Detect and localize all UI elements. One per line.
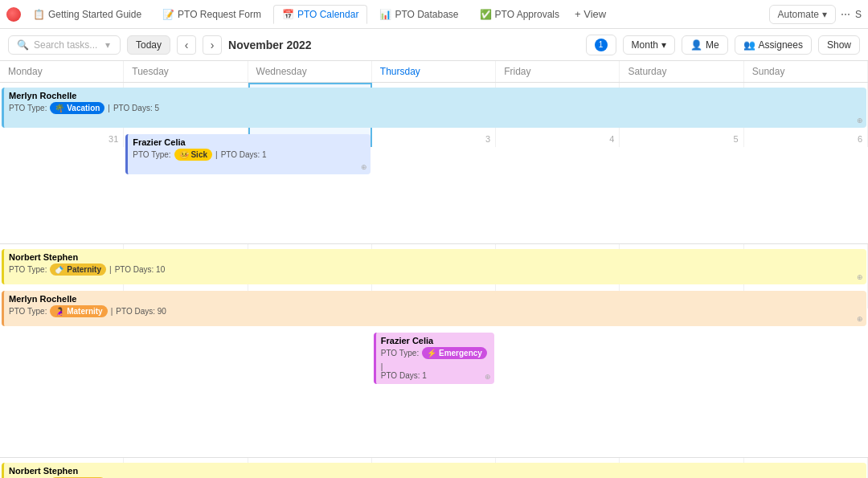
top-right-controls: Automate ▾ ⋯ S <box>769 5 862 24</box>
merlyn-rochelle-maternity-event[interactable]: Merlyn Rochelle PTO Type: 🤰 Maternity | … <box>2 291 866 326</box>
assignees-button[interactable]: 👥 Assignees <box>735 35 812 55</box>
app-icon <box>6 7 21 22</box>
top-right-s: S <box>855 9 862 20</box>
tab-pto-database[interactable]: 📊 PTO Database <box>371 5 467 24</box>
search-placeholder: Search tasks... <box>34 39 97 51</box>
me-label: Me <box>706 39 719 51</box>
prev-month-button[interactable]: ‹ <box>177 35 196 55</box>
add-view-btn[interactable]: + View <box>575 8 606 20</box>
day-number: 4 <box>609 134 614 144</box>
pto-days-value: PTO Days: 10 <box>115 265 166 274</box>
sick-badge: 🤒 Sick <box>174 149 212 161</box>
pto-days-sep: | <box>111 307 113 316</box>
week-2: 7 8 9 10 11 12 13 Norbert Stephen PTO Ty… <box>0 244 868 458</box>
chevron-down-icon: ▾ <box>661 39 666 51</box>
expand-icon[interactable]: ⊕ <box>361 163 367 171</box>
maternity-badge: 🤰 Maternity <box>50 305 107 317</box>
toolbar: 🔍 Search tasks... ▾ Today ‹ › November 2… <box>0 29 868 61</box>
day-number: 31 <box>108 134 118 144</box>
me-button[interactable]: 👤 Me <box>682 35 728 55</box>
pto-days-sep: | <box>215 150 218 159</box>
event-details: PTO Type: 🍼 Paternity | PTO Days: 10 <box>9 264 862 276</box>
expand-icon[interactable]: ⊕ <box>485 373 491 381</box>
tab-label: Getting Started Guide <box>48 9 141 20</box>
search-box[interactable]: 🔍 Search tasks... ▾ <box>8 35 121 55</box>
tab-label: PTO Request Form <box>178 9 261 20</box>
norbert-stephen-paternity-event[interactable]: Norbert Stephen PTO Type: 🍼 Paternity | … <box>2 249 866 284</box>
header-tuesday: Tuesday <box>124 61 248 82</box>
tab-pto-calendar[interactable]: 📅 PTO Calendar <box>273 5 367 24</box>
search-chevron: ▾ <box>105 39 110 51</box>
tab-pto-approvals[interactable]: ✅ PTO Approvals <box>471 5 568 24</box>
tab-icon: 📝 <box>162 9 174 20</box>
pto-type-label: PTO Type: <box>9 104 47 112</box>
automate-button[interactable]: Automate ▾ <box>769 5 836 24</box>
chevron-down-icon: ▾ <box>822 9 827 20</box>
pto-type-label: PTO Type: <box>9 307 47 316</box>
norbert-stephen-paternity-event-w3[interactable]: Norbert Stephen PTO Type: 🍼 Paternity | … <box>2 463 866 478</box>
show-button[interactable]: Show <box>818 35 860 55</box>
week-3: 14 15 16 17 18 19 20 Norbert Stephen PTO… <box>0 458 868 478</box>
tab-icon: 📅 <box>282 9 294 20</box>
tab-label: PTO Calendar <box>297 9 358 20</box>
day-number: 3 <box>485 134 490 144</box>
header-sunday: Sunday <box>744 61 868 82</box>
assignees-icon: 👥 <box>743 39 755 51</box>
tab-label: PTO Database <box>395 9 458 20</box>
event-person-name: Norbert Stephen <box>9 466 862 476</box>
event-person-name: Norbert Stephen <box>9 252 862 262</box>
person-icon: 👤 <box>690 39 702 51</box>
expand-icon[interactable]: ⊕ <box>857 116 863 125</box>
pto-type-label: PTO Type: <box>381 349 419 357</box>
tab-getting-started[interactable]: 📋 Getting Started Guide <box>24 5 150 24</box>
pto-days-value: PTO Days: 5 <box>113 104 159 112</box>
expand-icon[interactable]: ⊕ <box>857 315 863 323</box>
event-person-name: Merlyn Rochelle <box>9 294 862 304</box>
top-right-dots[interactable]: ⋯ <box>841 9 850 20</box>
month-label: Month <box>632 39 658 51</box>
event-details: PTO Type: ⚡ Emergency | <box>381 347 489 371</box>
pto-type-label: PTO Type: <box>133 150 170 159</box>
assignees-label: Assignees <box>759 39 803 51</box>
week-1: 31 1 2 3 4 5 6 Merlyn Rochelle PTO Type:… <box>0 83 868 244</box>
day-headers: Monday Tuesday Wednesday Thursday Friday… <box>0 61 868 83</box>
show-label: Show <box>827 39 851 51</box>
automate-label: Automate <box>778 9 819 20</box>
tab-icon: 📋 <box>33 9 45 20</box>
header-wednesday: Wednesday <box>248 61 372 82</box>
next-month-button[interactable]: › <box>203 35 222 55</box>
top-bar: 📋 Getting Started Guide 📝 PTO Request Fo… <box>0 0 868 29</box>
pto-days-value: PTO Days: 1 <box>221 150 267 159</box>
header-thursday: Thursday <box>372 61 496 82</box>
header-friday: Friday <box>496 61 620 82</box>
search-icon: 🔍 <box>17 39 29 51</box>
filter-badge: 1 <box>595 39 608 51</box>
toolbar-right: 1 Month ▾ 👤 Me 👥 Assignees Show <box>586 35 860 55</box>
pto-days-sep: | <box>381 362 383 371</box>
today-button[interactable]: Today <box>127 35 170 55</box>
month-title: November 2022 <box>228 39 312 51</box>
event-person-name: Frazier Celia <box>381 336 489 345</box>
tab-icon: 📊 <box>379 9 391 20</box>
merlyn-rochelle-vacation-event[interactable]: Merlyn Rochelle PTO Type: 🌴 Vacation | P… <box>2 88 866 128</box>
paternity-badge: 🍼 Paternity <box>50 264 106 276</box>
pto-days-sep: | <box>108 104 110 112</box>
frazier-celia-emergency-event[interactable]: Frazier Celia PTO Type: ⚡ Emergency | PT… <box>374 333 494 384</box>
month-view-button[interactable]: Month ▾ <box>623 35 675 55</box>
event-details: PTO Type: 🌴 Vacation | PTO Days: 5 <box>9 102 862 114</box>
pto-days-value: PTO Days: 1 <box>381 371 427 380</box>
pto-type-label: PTO Type: <box>9 265 47 274</box>
day-number: 5 <box>734 134 739 144</box>
tab-pto-request[interactable]: 📝 PTO Request Form <box>154 5 270 24</box>
vacation-badge: 🌴 Vacation <box>50 102 104 114</box>
frazier-celia-sick-event[interactable]: Frazier Celia PTO Type: 🤒 Sick | PTO Day… <box>125 134 370 174</box>
expand-icon[interactable]: ⊕ <box>857 273 863 281</box>
emergency-badge: ⚡ Emergency <box>422 347 487 359</box>
pto-days-sep: | <box>109 265 112 274</box>
event-person-name: Frazier Celia <box>133 137 365 147</box>
event-details: PTO Type: 🤒 Sick | PTO Days: 1 <box>133 149 365 161</box>
event-person-name: Merlyn Rochelle <box>9 91 862 100</box>
tab-label: PTO Approvals <box>495 9 559 20</box>
day-number: 6 <box>858 134 862 144</box>
filter-button[interactable]: 1 <box>586 35 616 55</box>
